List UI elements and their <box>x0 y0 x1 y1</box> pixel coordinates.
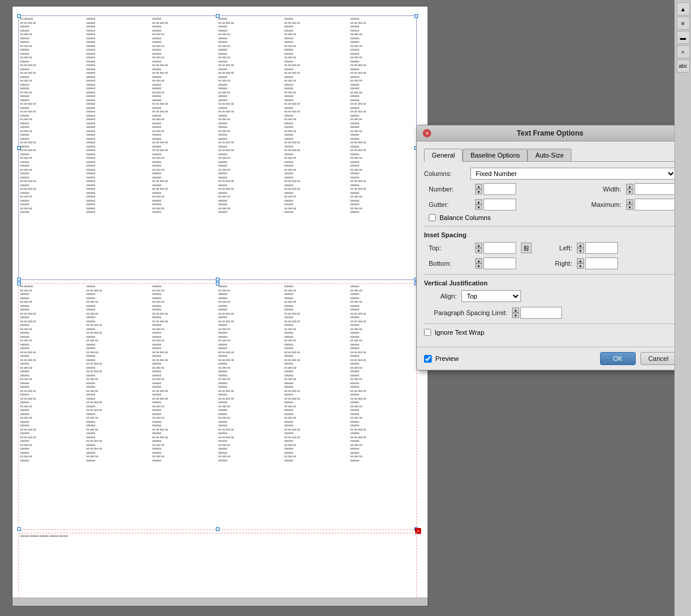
maximum-input[interactable]: None <box>635 199 674 210</box>
handle-tr[interactable] <box>414 14 418 18</box>
bot-col-6: aaaaaaaa aaa aaaaaaaaaaaaaaaa aaa aaaaaa… <box>350 285 415 528</box>
handle-bc[interactable] <box>216 278 219 281</box>
ignore-text-wrap-row: Ignore Text Wrap <box>424 329 674 336</box>
max-down-btn[interactable]: ▼ <box>626 205 633 210</box>
link-chain-icon[interactable]: ⛓ <box>521 243 532 253</box>
bottom-input[interactable]: 0 mm <box>483 257 516 269</box>
right-spinner: ▲ ▼ 0 mm <box>577 257 618 269</box>
align-row: Align: Top Center Bottom Justify <box>424 290 674 302</box>
tool-lines-icon[interactable]: ≡ <box>677 17 690 30</box>
bottom-right-row: Bottom: ▲ ▼ 0 mm Right: ▲ ▼ <box>429 257 674 269</box>
ignore-text-wrap-label: Ignore Text Wrap <box>435 329 484 336</box>
canvas-area: aa aaaaaaaa aa aaa aaaaaaaaaaaaaaaa aaa … <box>0 0 674 616</box>
handle-bl-tl[interactable] <box>17 282 21 285</box>
number-up-btn[interactable]: ▲ <box>475 184 482 189</box>
canvas-bottom-bar <box>12 598 428 606</box>
columns-type-select[interactable]: Fixed Number Flexible Width Fixed Width <box>470 168 674 180</box>
left-spinbtns: ▲ ▼ <box>577 243 584 253</box>
para-spacing-input[interactable]: 0 mm <box>520 307 562 319</box>
para-down-btn[interactable]: ▼ <box>512 313 519 318</box>
divider-2 <box>424 274 674 275</box>
tab-general[interactable]: General <box>424 149 463 162</box>
number-input[interactable]: 6 <box>483 183 516 195</box>
para-spacing-row: Paragraph Spacing Limit: ▲ ▼ 0 mm <box>424 307 674 319</box>
preview-checkbox[interactable] <box>424 355 432 363</box>
col-6: aaaaaaaa aa aaa aaaaaaaaaaaaaaaa aaa aaa… <box>350 17 415 278</box>
width-down-btn[interactable]: ▼ <box>626 189 633 194</box>
bottom-label: Bottom: <box>429 260 470 267</box>
col-1: aa aaaaaaaa aa aaa aaaaaaaaaaaaaaaa aaa … <box>20 17 85 278</box>
tool-abc-icon[interactable]: abc <box>677 59 690 73</box>
bottom-spinner: ▲ ▼ 0 mm <box>475 257 516 269</box>
text-frame-bottom[interactable]: + aa aaaaaaaa aaa aaaaaaaaaaaaaaaa aaa a… <box>18 283 417 530</box>
top-down-btn[interactable]: ▼ <box>475 248 482 253</box>
bottom-up-btn[interactable]: ▲ <box>475 258 482 263</box>
gutter-up-btn[interactable]: ▲ <box>475 199 482 205</box>
tab-row: General Baseline Options Auto-Size <box>424 149 674 162</box>
tool-wave-icon[interactable]: ≈ <box>677 45 690 58</box>
max-spinbtns: ▲ ▼ <box>626 199 633 210</box>
cancel-button[interactable]: Cancel <box>640 352 674 365</box>
tool-arrow-icon[interactable]: ▲ <box>677 2 690 15</box>
handle-tl[interactable] <box>17 14 21 18</box>
balance-columns-row: Balance Columns <box>429 214 674 221</box>
bottom-frame-content: aa aaaaaaaa aaa aaaaaaaaaaaaaaaa aaa aaa… <box>19 284 416 529</box>
vj-title: Vertical Justification <box>424 279 674 287</box>
top-up-btn[interactable]: ▲ <box>475 243 482 248</box>
col-3: aaaaaaaa aa aaa aaaaaaaaaaaaaaaa aaa aaa… <box>152 17 217 278</box>
gutter-input[interactable]: 3|2 mm <box>483 199 516 210</box>
ok-button[interactable]: OK <box>600 352 636 365</box>
left-up-btn[interactable]: ▲ <box>577 243 584 248</box>
bot-col-1: aa aaaaaaaa aaa aaaaaaaaaaaaaaaa aaa aaa… <box>20 285 85 528</box>
text-frame-options-dialog: ✕ Text Frame Options General Baseline Op… <box>416 125 674 370</box>
top-spinbtns: ▲ ▼ <box>475 243 482 253</box>
left-input[interactable]: 0 mm <box>585 242 618 254</box>
right-down-btn[interactable]: ▼ <box>577 263 584 269</box>
handle-bl-tc[interactable] <box>216 282 219 285</box>
handle-bl-bc[interactable] <box>216 527 219 531</box>
number-width-row: Number: ▲ ▼ 6 Width: ▲ ▼ <box>429 183 674 195</box>
left-down-btn[interactable]: ▼ <box>577 248 584 253</box>
dialog-body: General Baseline Options Auto-Size Colum… <box>417 142 674 347</box>
tool-rect-icon[interactable]: ▬ <box>677 31 690 44</box>
gutter-max-row: Gutter: ▲ ▼ 3|2 mm Maximum: ▲ ▼ <box>429 199 674 210</box>
handle-bl-bl[interactable] <box>17 527 21 531</box>
handle-tc[interactable] <box>216 14 219 18</box>
extra-frame-content: aaaaaa aaaaaa aaaaaa aaaaaa aaaaaa <box>19 533 416 601</box>
width-input[interactable]: 18,6 mm <box>635 183 674 195</box>
align-select[interactable]: Top Center Bottom Justify <box>461 290 521 302</box>
columns-label: Columns: <box>424 170 466 177</box>
right-input[interactable]: 0 mm <box>585 257 618 269</box>
left-label: Left: <box>536 244 572 252</box>
bottom-down-btn[interactable]: ▼ <box>475 263 482 269</box>
inset-spacing-title: Inset Spacing <box>424 231 674 238</box>
right-up-btn[interactable]: ▲ <box>577 258 584 263</box>
bot-col-2: aaaaaaaa aa aaa aaaaaaaaaaaaaaaa aaa aaa… <box>86 285 151 528</box>
align-label: Align: <box>424 293 457 300</box>
tab-auto-size[interactable]: Auto-Size <box>527 149 571 161</box>
dialog-close-btn[interactable]: ✕ <box>423 129 431 137</box>
text-frame-extra[interactable]: aaaaaa aaaaaa aaaaaa aaaaaa aaaaaa <box>18 533 417 601</box>
handle-bl[interactable] <box>17 278 21 281</box>
balance-columns-checkbox[interactable] <box>429 214 436 221</box>
top-left-row: Top: ▲ ▼ 0 mm ⛓ Left: ▲ ▼ <box>429 242 674 254</box>
top-frame-content: aa aaaaaaaa aa aaa aaaaaaaaaaaaaaaa aaa … <box>19 16 416 279</box>
preview-row: Preview <box>424 355 458 363</box>
width-spinner: ▲ ▼ 18,6 mm <box>626 183 674 195</box>
extra-col: aaaaaa aaaaaa aaaaaa aaaaaa aaaaaa <box>20 535 415 599</box>
width-up-btn[interactable]: ▲ <box>626 184 633 189</box>
gutter-down-btn[interactable]: ▼ <box>475 205 482 210</box>
number-down-btn[interactable]: ▼ <box>475 189 482 194</box>
text-frame-top[interactable]: aa aaaaaaaa aa aaa aaaaaaaaaaaaaaaa aaa … <box>18 15 417 280</box>
para-spinbtns: ▲ ▼ <box>512 307 519 318</box>
top-input[interactable]: 0 mm <box>483 242 516 254</box>
tab-baseline-options[interactable]: Baseline Options <box>463 149 527 161</box>
bot-col-5: aaaaaaaa aaa aaaaaaaaaaaaaaaa aaa aaaaaa… <box>284 285 349 528</box>
width-spinbtns: ▲ ▼ <box>626 184 633 194</box>
max-up-btn[interactable]: ▲ <box>626 199 633 205</box>
bot-col-3: aaaaaaaa aaa aaaaaaaaaaaaaaaa aaa aaaaaa… <box>152 285 217 528</box>
ignore-text-wrap-checkbox[interactable] <box>424 329 431 336</box>
dialog-title: Text Frame Options <box>517 129 583 137</box>
para-up-btn[interactable]: ▲ <box>512 307 519 313</box>
handle-ml[interactable] <box>17 146 21 150</box>
